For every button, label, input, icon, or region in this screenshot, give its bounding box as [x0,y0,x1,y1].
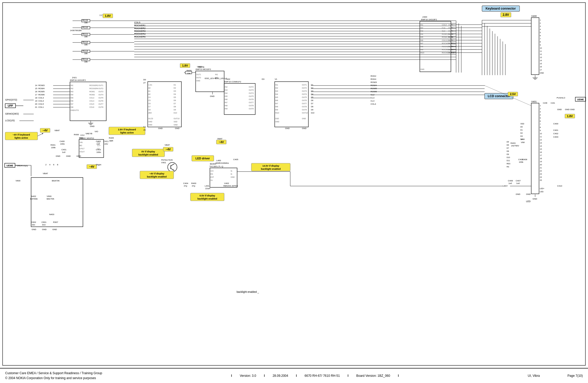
svg-text:R406: R406 [74,133,79,136]
svg-text:OUT4: OUT4 [249,92,254,94]
svg-text:ROW2: ROW2 [89,94,95,96]
svg-text:C6: C6 [148,103,151,104]
svg-text:~4V if keyboard: ~4V if keyboard [13,133,30,136]
svg-text:R400: R400 [187,69,192,72]
svg-text:LED+: LED+ [503,185,508,187]
svg-text:1: 1 [540,105,541,107]
svg-text:U1U: U1U [80,134,84,136]
svg-text:OUT3: OUT3 [249,89,254,91]
svg-text:15: 15 [35,87,37,90]
svg-text:1N/750V: 1N/750V [511,145,519,147]
svg-text:26: 26 [143,129,146,131]
svg-text:IN7: IN7 [420,42,423,44]
svg-text:EST: EST [210,176,214,178]
svg-text:C401: C401 [553,129,558,131]
svg-text:COL5,CL2: COL5,CL2 [442,39,450,41]
svg-text:D4: D4 [520,138,523,140]
svg-text:RES: RES [507,163,511,165]
svg-text:C400: C400 [60,140,65,143]
svg-text:0.5V if display: 0.5V if display [200,194,215,197]
svg-text:OUT8: OUT8 [98,106,103,108]
svg-text:C406: C406 [508,180,513,182]
svg-text:2: 2 [540,22,541,24]
svg-text:IN10: IN10 [420,52,424,54]
svg-text:PUSHLO: PUSHLO [557,97,565,99]
svg-text:1.8V: 1.8V [182,64,188,67]
svg-text:LCD connector: LCD connector [488,94,510,98]
svg-text:UIIDRVS(0): UIIDRVS(0) [17,165,28,167]
svg-text:GND: GND [533,198,537,200]
svg-text:IN1: IN1 [70,84,73,86]
svg-text:GND: GND [90,125,95,127]
svg-text:10U: 10U [104,143,108,145]
svg-text:OUT5: OUT5 [249,95,254,97]
svg-text:GND: GND [32,228,36,231]
svg-text:22: 22 [540,170,542,172]
svg-text:3: 3 [540,111,541,113]
svg-text:C7: C7 [148,106,151,108]
svg-text:D2: D2 [174,87,176,89]
svg-text:V900: V900 [47,195,52,197]
svg-text:ROCKER5: ROCKER5 [134,36,146,38]
svg-text:Ia: Ia [231,170,232,172]
svg-text:ZBX: ZBX [148,112,152,114]
svg-text:C403: C403 [96,148,101,151]
svg-text:20: 20 [35,103,37,105]
svg-text:IN9: IN9 [275,109,278,111]
svg-text:C405: C405 [233,158,238,161]
svg-text:IN7: IN7 [225,102,228,103]
svg-text:D1: D1 [520,129,523,131]
footer-version: Version: 3.0 [240,374,256,378]
svg-text:100k: 100k [51,146,56,149]
svg-text:D3: D3 [174,90,176,92]
svg-text:V1: V1 [275,78,277,80]
svg-text:N402: N402 [31,195,36,197]
svg-text:R400: R400 [191,182,196,185]
svg-text:11: 11 [540,50,542,52]
svg-text:LED driver: LED driver [195,157,210,160]
svg-text:LCD(1/0): LCD(1/0) [5,119,15,122]
svg-text:V402: V402 [224,182,229,185]
svg-text:A0: A0 [148,87,151,89]
svg-text:R405: R405 [109,137,114,139]
svg-text:15: 15 [540,148,542,150]
svg-text:~4V if display: ~4V if display [149,172,164,175]
svg-text:OUT2: OUT2 [196,77,201,79]
svg-text:EMF10-1K010F2: EMF10-1K010F2 [421,18,437,21]
svg-text:GPIO(37/2): GPIO(37/2) [5,98,17,101]
svg-rect-0 [0,0,588,368]
svg-text:ROW3: ROW3 [38,84,45,87]
svg-text:C402: C402 [553,132,558,135]
svg-text:OUT7: OUT7 [249,102,254,103]
svg-text:ROK2: ROK2 [371,75,376,77]
svg-text:6: 6 [53,164,54,166]
svg-text:IN4: IN4 [70,94,73,96]
svg-text:D6: D6 [174,100,176,101]
svg-text:GND/UTG: GND/UTG [70,109,79,111]
svg-text:18k: 18k [84,61,88,63]
svg-text:Z400: Z400 [422,16,427,18]
svg-text:ROCKER2: ROCKER2 [89,84,98,86]
svg-text:COL4: COL4 [89,100,94,102]
svg-text:BAV70K: BAV70K [47,198,54,200]
svg-text:V401: V401 [161,161,166,164]
svg-text:EMF10-1K010F2: EMF10-1K010F2 [70,79,86,81]
svg-text:C8: C8 [148,109,151,111]
svg-text:OUT2: OUT2 [249,86,254,88]
svg-text:backlight enabled _: backlight enabled _ [237,290,259,293]
svg-text:Z421: Z421 [72,76,77,79]
svg-text:88R: 88R [109,140,113,142]
svg-text:ROW3: ROW3 [371,81,377,83]
svg-text:LED-: LED- [540,191,544,193]
svg-text:8: 8 [540,126,541,128]
svg-text:D10: D10 [174,112,177,114]
svg-text:COL5: COL5 [89,103,94,105]
svg-text:VDD: VDD [520,123,524,125]
svg-text:IN2: IN2 [225,86,228,88]
svg-text:CL4: CL4 [442,27,445,29]
svg-text:10k: 10k [187,72,191,75]
svg-text:OUT10: OUT10 [302,112,308,114]
svg-text:COL4: COL4 [38,100,44,102]
svg-text:VBAT: VBAT [165,144,170,146]
svg-text:VAEYB: VAEYB [86,132,92,135]
